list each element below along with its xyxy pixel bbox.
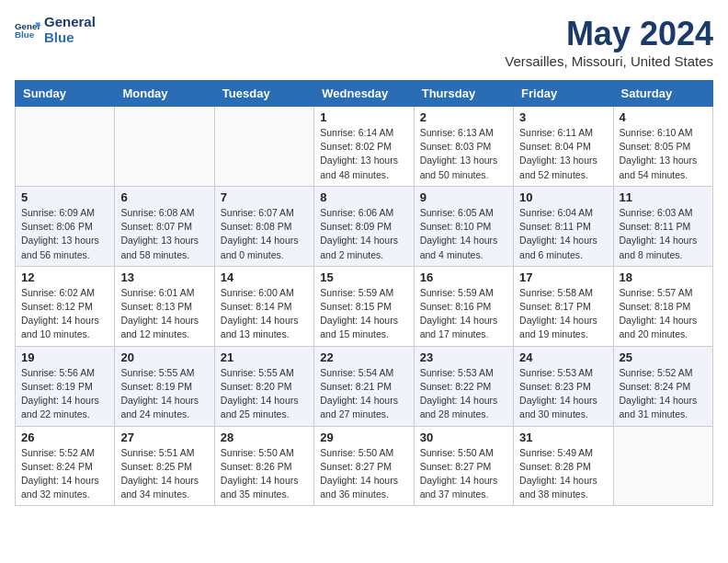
day-number: 15: [320, 270, 407, 284]
month-title: May 2024: [505, 15, 713, 53]
logo: General Blue General Blue: [15, 15, 96, 45]
day-info: Sunrise: 6:11 AMSunset: 8:04 PMDaylight:…: [519, 126, 607, 182]
calendar-cell: [214, 107, 313, 187]
calendar-week-row: 1Sunrise: 6:14 AMSunset: 8:02 PMDaylight…: [16, 107, 713, 187]
calendar-cell: 18Sunrise: 5:57 AMSunset: 8:18 PMDayligh…: [613, 266, 712, 346]
calendar-cell: 27Sunrise: 5:51 AMSunset: 8:25 PMDayligh…: [115, 426, 214, 506]
calendar-cell: 2Sunrise: 6:13 AMSunset: 8:03 PMDaylight…: [414, 107, 513, 187]
day-info: Sunrise: 5:49 AMSunset: 8:28 PMDaylight:…: [519, 446, 607, 502]
calendar-cell: [115, 107, 214, 187]
day-number: 11: [620, 190, 707, 204]
calendar-cell: 16Sunrise: 5:59 AMSunset: 8:16 PMDayligh…: [414, 266, 513, 346]
day-number: 20: [120, 350, 208, 364]
day-info: Sunrise: 6:14 AMSunset: 8:02 PMDaylight:…: [320, 126, 407, 182]
day-number: 29: [320, 431, 407, 444]
day-number: 10: [519, 190, 607, 204]
day-number: 17: [519, 270, 607, 284]
calendar-cell: 13Sunrise: 6:01 AMSunset: 8:13 PMDayligh…: [115, 266, 214, 346]
day-number: 19: [21, 350, 108, 364]
day-number: 27: [120, 431, 208, 444]
calendar-cell: 6Sunrise: 6:08 AMSunset: 8:07 PMDaylight…: [115, 186, 214, 266]
day-info: Sunrise: 6:02 AMSunset: 8:12 PMDaylight:…: [21, 286, 108, 342]
day-number: 21: [221, 350, 308, 364]
day-number: 18: [620, 270, 707, 284]
day-number: 23: [420, 350, 507, 364]
day-number: 31: [519, 431, 607, 444]
day-header-sunday: Sunday: [16, 81, 115, 107]
calendar-cell: 25Sunrise: 5:52 AMSunset: 8:24 PMDayligh…: [613, 346, 712, 426]
calendar-cell: 26Sunrise: 5:52 AMSunset: 8:24 PMDayligh…: [16, 426, 115, 506]
day-number: 12: [21, 270, 108, 284]
calendar-cell: 10Sunrise: 6:04 AMSunset: 8:11 PMDayligh…: [514, 186, 613, 266]
day-info: Sunrise: 6:06 AMSunset: 8:09 PMDaylight:…: [320, 206, 407, 262]
calendar-header-row: SundayMondayTuesdayWednesdayThursdayFrid…: [16, 81, 713, 107]
calendar-cell: 17Sunrise: 5:58 AMSunset: 8:17 PMDayligh…: [514, 266, 613, 346]
calendar-cell: 15Sunrise: 5:59 AMSunset: 8:15 PMDayligh…: [314, 266, 414, 346]
day-number: 5: [21, 190, 108, 204]
day-info: Sunrise: 6:05 AMSunset: 8:10 PMDaylight:…: [420, 206, 507, 262]
day-info: Sunrise: 6:00 AMSunset: 8:14 PMDaylight:…: [221, 286, 308, 342]
logo-icon: General Blue: [15, 17, 40, 43]
day-number: 6: [120, 190, 208, 204]
day-info: Sunrise: 5:56 AMSunset: 8:19 PMDaylight:…: [21, 366, 108, 422]
calendar-week-row: 26Sunrise: 5:52 AMSunset: 8:24 PMDayligh…: [16, 426, 713, 506]
calendar-cell: 9Sunrise: 6:05 AMSunset: 8:10 PMDaylight…: [414, 186, 513, 266]
day-number: 22: [320, 350, 407, 364]
day-info: Sunrise: 6:13 AMSunset: 8:03 PMDaylight:…: [420, 126, 507, 182]
calendar-cell: 28Sunrise: 5:50 AMSunset: 8:26 PMDayligh…: [214, 426, 313, 506]
location-text: Versailles, Missouri, United States: [505, 53, 713, 69]
calendar-cell: 12Sunrise: 6:02 AMSunset: 8:12 PMDayligh…: [16, 266, 115, 346]
day-info: Sunrise: 5:52 AMSunset: 8:24 PMDaylight:…: [620, 366, 707, 422]
day-info: Sunrise: 6:10 AMSunset: 8:05 PMDaylight:…: [620, 126, 707, 182]
day-info: Sunrise: 6:03 AMSunset: 8:11 PMDaylight:…: [620, 206, 707, 262]
logo-blue: Blue: [44, 30, 96, 46]
day-info: Sunrise: 5:59 AMSunset: 8:16 PMDaylight:…: [420, 286, 507, 342]
day-number: 9: [420, 190, 507, 204]
calendar-cell: 19Sunrise: 5:56 AMSunset: 8:19 PMDayligh…: [16, 346, 115, 426]
calendar-cell: 4Sunrise: 6:10 AMSunset: 8:05 PMDaylight…: [613, 107, 712, 187]
day-number: 4: [620, 110, 707, 124]
day-header-tuesday: Tuesday: [214, 81, 313, 107]
svg-text:Blue: Blue: [15, 29, 35, 40]
calendar-week-row: 19Sunrise: 5:56 AMSunset: 8:19 PMDayligh…: [16, 346, 713, 426]
calendar-cell: 5Sunrise: 6:09 AMSunset: 8:06 PMDaylight…: [16, 186, 115, 266]
calendar-cell: 21Sunrise: 5:55 AMSunset: 8:20 PMDayligh…: [214, 346, 313, 426]
day-info: Sunrise: 5:59 AMSunset: 8:15 PMDaylight:…: [320, 286, 407, 342]
page-header: General Blue General Blue May 2024 Versa…: [15, 15, 713, 69]
day-info: Sunrise: 5:55 AMSunset: 8:20 PMDaylight:…: [221, 366, 308, 422]
day-number: 8: [320, 190, 407, 204]
day-info: Sunrise: 5:52 AMSunset: 8:24 PMDaylight:…: [21, 446, 108, 502]
day-number: 1: [320, 110, 407, 124]
day-number: 14: [221, 270, 308, 284]
calendar-cell: 20Sunrise: 5:55 AMSunset: 8:19 PMDayligh…: [115, 346, 214, 426]
day-number: 13: [120, 270, 208, 284]
calendar-week-row: 12Sunrise: 6:02 AMSunset: 8:12 PMDayligh…: [16, 266, 713, 346]
day-header-monday: Monday: [115, 81, 214, 107]
day-header-wednesday: Wednesday: [314, 81, 414, 107]
day-info: Sunrise: 5:50 AMSunset: 8:27 PMDaylight:…: [320, 446, 407, 502]
day-number: 25: [620, 350, 707, 364]
day-number: 28: [221, 431, 308, 444]
day-number: 3: [519, 110, 607, 124]
day-info: Sunrise: 6:04 AMSunset: 8:11 PMDaylight:…: [519, 206, 607, 262]
calendar-cell: 22Sunrise: 5:54 AMSunset: 8:21 PMDayligh…: [314, 346, 414, 426]
day-number: 16: [420, 270, 507, 284]
day-info: Sunrise: 5:54 AMSunset: 8:21 PMDaylight:…: [320, 366, 407, 422]
day-info: Sunrise: 5:53 AMSunset: 8:22 PMDaylight:…: [420, 366, 507, 422]
day-info: Sunrise: 5:55 AMSunset: 8:19 PMDaylight:…: [120, 366, 208, 422]
day-header-thursday: Thursday: [414, 81, 513, 107]
day-info: Sunrise: 5:58 AMSunset: 8:17 PMDaylight:…: [519, 286, 607, 342]
calendar-cell: 3Sunrise: 6:11 AMSunset: 8:04 PMDaylight…: [514, 107, 613, 187]
day-header-saturday: Saturday: [613, 81, 712, 107]
day-info: Sunrise: 6:09 AMSunset: 8:06 PMDaylight:…: [21, 206, 108, 262]
calendar-cell: [16, 107, 115, 187]
calendar-cell: 30Sunrise: 5:50 AMSunset: 8:27 PMDayligh…: [414, 426, 513, 506]
calendar-week-row: 5Sunrise: 6:09 AMSunset: 8:06 PMDaylight…: [16, 186, 713, 266]
calendar-cell: 8Sunrise: 6:06 AMSunset: 8:09 PMDaylight…: [314, 186, 414, 266]
calendar-cell: 11Sunrise: 6:03 AMSunset: 8:11 PMDayligh…: [613, 186, 712, 266]
title-section: May 2024 Versailles, Missouri, United St…: [505, 15, 713, 69]
calendar-cell: 7Sunrise: 6:07 AMSunset: 8:08 PMDaylight…: [214, 186, 313, 266]
calendar-cell: 23Sunrise: 5:53 AMSunset: 8:22 PMDayligh…: [414, 346, 513, 426]
calendar-cell: [613, 426, 712, 506]
day-info: Sunrise: 5:53 AMSunset: 8:23 PMDaylight:…: [519, 366, 607, 422]
